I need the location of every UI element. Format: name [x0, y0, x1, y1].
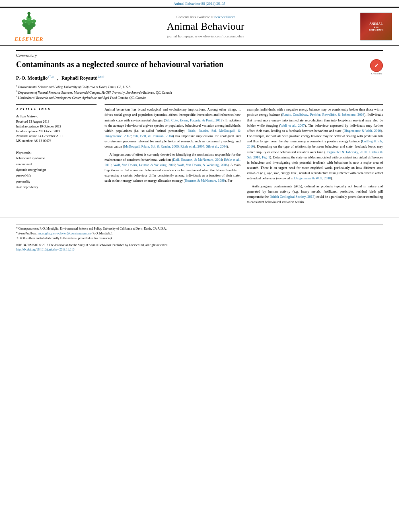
ref-houston-1999[interactable]: Houston & McNamara, 1999	[185, 179, 225, 183]
ref-mcdougall-2006[interactable]: McDougall, Réale, Sol, & Reader, 2006; R…	[124, 144, 226, 148]
article-info-col: ARTICLE INFO Article history: Received 1…	[16, 104, 97, 207]
svg-point-5	[30, 23, 36, 27]
footer-area: * Correspondence: P.-O. Montiglio, Envir…	[0, 218, 399, 254]
article-info-title: ARTICLE INFO	[16, 107, 97, 111]
journal-logo-right: ANIMAL ■ ■ ■ BEHAVIOUR	[358, 12, 394, 41]
keyword-6: state dependency	[16, 185, 97, 190]
main-two-col: ARTICLE INFO Article history: Received 1…	[16, 104, 383, 207]
received-date: Received 13 August 2013	[16, 119, 97, 124]
keyword-4: pace-of-life	[16, 173, 97, 179]
final-acceptance-date: Final acceptance 23 October 2013	[16, 129, 97, 134]
crossmark-icon[interactable]: ✓	[370, 59, 383, 72]
affiliation-a: a Environmental Science and Policy, Univ…	[16, 84, 383, 89]
initial-acceptance-date: Initial acceptance 10 October 2013	[16, 124, 97, 129]
doi-link-area: http://dx.doi.org/10.1016/j.anbehav.2013…	[16, 248, 383, 251]
svg-rect-9	[28, 15, 30, 18]
keyword-5: personality	[16, 179, 97, 185]
ms-number: MS. number: AS-13-00676	[16, 139, 97, 144]
animal-behaviour-logo: ANIMAL ■ ■ ■ BEHAVIOUR	[360, 12, 392, 41]
body-two-col: Animal behaviour has broad ecological an…	[105, 107, 383, 207]
svg-point-7	[31, 19, 36, 23]
section-label: Commentary	[16, 50, 383, 58]
crossmark-label: CrossMark	[370, 72, 383, 75]
journal-reference-bar: Animal Behaviour 88 (2014) 29–35	[0, 0, 399, 7]
ref-sih-2012[interactable]: Sih, Cote, Evans, Fogarty, & Pruitt, 201…	[165, 118, 222, 122]
journal-ref-text: Animal Behaviour 88 (2014) 29–35	[174, 2, 226, 6]
footnote-3: ☆ Both authors contributed equally to th…	[16, 236, 383, 241]
ref-luttbeg-2010[interactable]: Luttbeg & Sih, 2010	[247, 139, 383, 148]
history-label: Article history:	[16, 114, 97, 118]
info-divider	[16, 147, 97, 147]
ref-dingemanse-2010[interactable]: Dingemanse & Wolf, 2010	[343, 129, 381, 133]
crossmark-svg: ✓	[370, 59, 383, 72]
keywords-label: Keywords:	[16, 150, 97, 154]
body-para-4: Anthropogenic contaminants (ACs), define…	[247, 184, 383, 205]
author-1-name: P.-O. Montiglio	[16, 75, 48, 81]
elsevier-wordmark: ELSEVIER	[14, 36, 43, 42]
available-online-date: Available online 14 December 2013	[16, 134, 97, 139]
authors-line: P.-O. Montiglioa*,☆, Raphaël Royauté b,c…	[16, 75, 383, 81]
copyright-text: 0003-3472/$38.00 © 2013 The Association …	[16, 243, 383, 248]
body-left-col: Animal behaviour has broad ecological an…	[105, 107, 241, 207]
body-para-2: A large amount of effort is currently de…	[105, 152, 241, 184]
article-title: Contaminants as a neglected source of be…	[16, 59, 224, 70]
journal-center: Contents lists available at ScienceDirec…	[57, 15, 354, 38]
body-para-1: Animal behaviour has broad ecological an…	[105, 107, 241, 149]
ref-wolf-2007b[interactable]: Wolf et al., 2007	[280, 123, 305, 127]
elsevier-logo: ELSEVIER	[5, 11, 53, 42]
title-crossmark-row: Contaminants as a neglected source of be…	[16, 59, 383, 75]
affiliation-b: b Department of Natural Resource Science…	[16, 89, 383, 95]
doi-link[interactable]: http://dx.doi.org/10.1016/j.anbehav.2013…	[16, 248, 74, 251]
ref-wolf-2008[interactable]: Wolf, Van Doorn, & Weissing, 2008	[177, 163, 228, 167]
footer-copyright-area: 0003-3472/$38.00 © 2013 The Association …	[16, 243, 383, 251]
footnote-section: * Correspondence: P.-O. Montiglio, Envir…	[16, 224, 383, 241]
article-body-col: Animal behaviour has broad ecological an…	[105, 104, 383, 207]
elsevier-tree-icon	[13, 11, 45, 35]
keywords-list: behavioural syndrome contaminant dynamic…	[16, 156, 97, 190]
footnote-1: * Correspondence: P.-O. Montiglio, Envir…	[16, 226, 383, 231]
ref-british-geological-2013[interactable]: British Geological Society, 2013	[269, 195, 314, 199]
body-right-col: example, individuals with a negative ene…	[247, 107, 383, 207]
journal-title: Animal Behaviour	[57, 21, 354, 33]
svg-point-4	[22, 23, 28, 27]
crossmark-container: ✓ CrossMark	[370, 59, 383, 75]
svg-point-6	[22, 19, 26, 23]
ref-rands-2008[interactable]: Rands, Cowlishaw, Pettifor, Rowcliffe, &…	[282, 113, 364, 117]
body-para-3: example, individuals with a negative ene…	[247, 107, 383, 181]
keyword-2: contaminant	[16, 162, 97, 167]
ref-sih-2004[interactable]: Sih, Bell, & Johnson, 2004	[133, 134, 173, 138]
affiliations: a Environmental Science and Policy, Univ…	[16, 84, 383, 101]
ref-bergmuller-2010[interactable]: Bergmüller & Taborsky, 2010; Luttbeg & S…	[247, 150, 383, 159]
ref-dingemanse-2010b[interactable]: Dingemanse & Wolf, 2010	[294, 176, 331, 180]
author-2-name: Raphaël Royauté	[62, 75, 97, 81]
email-link[interactable]: montiglio.pierre-olivier@courrierquqam.c…	[38, 232, 90, 235]
author-2-sup: b,c	[97, 75, 102, 78]
svg-text:✓: ✓	[374, 63, 379, 69]
journal-homepage: journal homepage: www.elsevier.com/locat…	[57, 34, 354, 38]
ref-dall-2004[interactable]: Dall, Houston, & McNamara, 2004	[173, 158, 222, 162]
affiliation-c: c Horticultural Research and Development…	[16, 94, 383, 100]
keyword-3: dynamic energy budget	[16, 167, 97, 173]
keyword-1: behavioural syndrome	[16, 156, 97, 161]
content-area: Commentary Contaminants as a neglected s…	[0, 46, 399, 211]
sciencedirect-notice: Contents lists available at ScienceDirec…	[57, 15, 354, 19]
journal-header: ELSEVIER Contents lists available at Sci…	[0, 7, 399, 46]
svg-point-8	[27, 12, 30, 15]
footnote-2: * E-mail address: montiglio.pierre-olivi…	[16, 231, 383, 236]
ref-wolf-2007[interactable]: Wolf, Van Doorn, Leimar, & Weissing, 200…	[113, 163, 175, 167]
